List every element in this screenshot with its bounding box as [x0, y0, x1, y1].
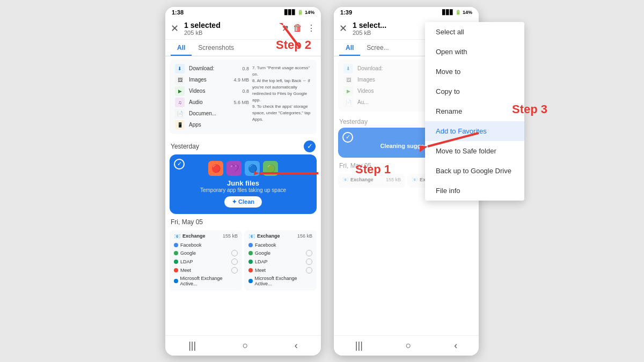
left-nav-bar: ||| ○ ‹ [165, 335, 321, 356]
left-yesterday-header: Yesterday ✓ [165, 137, 321, 154]
left-docs-icon: 📄 [175, 109, 185, 119]
menu-item-rename[interactable]: Rename [425, 101, 524, 121]
left-more-icon[interactable]: ⋮ [307, 23, 316, 33]
left-close-button[interactable]: ✕ [171, 23, 179, 34]
left-junk-icon1: 🔴 [208, 161, 223, 176]
menu-item-open-with[interactable]: Open with [425, 42, 524, 62]
left-images-icon: 🖼 [175, 75, 185, 85]
left-nav-back[interactable]: ‹ [295, 340, 298, 351]
left-storage-row-apps: 📱 Apps [175, 120, 249, 130]
left-tab-screenshots[interactable]: Screenshots [192, 40, 240, 56]
left-check-circle[interactable]: ✓ [304, 141, 316, 152]
left-storage-card: ⬇ Download: 0.8 🖼 Images 4.9 MB ▶ [170, 60, 317, 134]
menu-item-copy-to[interactable]: Copy to [425, 82, 524, 101]
left-videos-icon: ▶ [175, 86, 185, 96]
left-storage-row-videos: ▶ Videos 0.8 [175, 86, 249, 96]
right-nav-menu[interactable]: ||| [355, 340, 363, 351]
left-junk-subtitle: Temporary app files taking up space [200, 187, 286, 193]
right-nav-home[interactable]: ○ [406, 340, 412, 351]
left-junk-icon3: 🔵 [245, 161, 260, 176]
left-status-icons: ▊▊▊ 🔋 14% [284, 10, 314, 15]
left-phone-screen: 1:38 ▊▊▊ 🔋 14% ✕ 1 selected 205 kB ↗ 🗑 ⋮ [165, 7, 321, 356]
left-audio-icon: ♫ [175, 98, 185, 107]
step1-label: Step 1 [355, 162, 391, 176]
left-selected-size: 205 kB [184, 29, 282, 36]
step3-label: Step 3 [512, 102, 547, 116]
left-share-icon[interactable]: ↗ [282, 23, 289, 33]
left-storage-row-docs: 📄 Documen... [175, 109, 249, 119]
left-storage-text: 7. Turn "Permit usage access" on. 8. At … [252, 64, 311, 130]
right-tab-all[interactable]: All [339, 40, 360, 56]
menu-item-move-to-safe[interactable]: Move to Safe folder [425, 141, 524, 161]
left-date-label: Fri, May 05 [171, 218, 203, 226]
left-delete-icon[interactable]: 🗑 [293, 23, 303, 34]
left-junk-icons: 🔴 💜 🔵 🟢 [208, 161, 278, 176]
right-status-bar: 1:39 ▊▊▊ 🔋 14% [334, 7, 479, 18]
left-action-icons: ↗ 🗑 ⋮ [282, 23, 316, 34]
left-exchange-card-2[interactable]: 📧 Exchange 156 kB Facebook [244, 230, 317, 291]
left-date-section: Fri, May 05 [165, 214, 321, 228]
left-junk-icon4: 🟢 [263, 161, 278, 176]
right-nav-bar: ||| ○ ‹ [334, 335, 479, 356]
left-junk-selected: ✓ [174, 159, 185, 169]
step2-label: Step 2 [276, 38, 311, 52]
right-yesterday-label: Yesterday [339, 118, 368, 125]
left-selected-count: 1 selected [184, 21, 282, 29]
left-nav-home[interactable]: ○ [243, 340, 248, 351]
left-storage-row-download: ⬇ Download: 0.8 [175, 64, 249, 73]
context-menu: Select all Open with Move to Copy to Ren… [425, 22, 524, 201]
left-junk-card[interactable]: ✓ 🔴 💜 🔵 🟢 Junk files Temporary app files… [170, 154, 317, 214]
left-selected-info: 1 selected 205 kB [184, 21, 282, 36]
left-download-icon: ⬇ [175, 64, 185, 73]
left-action-bar: ✕ 1 selected 205 kB ↗ 🗑 ⋮ [165, 18, 321, 40]
left-file-list: ⬇ Download: 0.8 🖼 Images 4.9 MB ▶ [165, 56, 321, 335]
menu-item-file-info[interactable]: File info [425, 181, 524, 201]
right-close-button[interactable]: ✕ [339, 23, 347, 34]
left-clean-button[interactable]: ✦ Clean [224, 196, 262, 208]
left-nav-menu[interactable]: ||| [188, 340, 196, 351]
left-status-bar: 1:38 ▊▊▊ 🔋 14% [165, 7, 321, 18]
left-tab-all[interactable]: All [171, 40, 192, 56]
menu-item-select-all[interactable]: Select all [425, 22, 524, 42]
menu-item-move-to[interactable]: Move to [425, 62, 524, 82]
left-exchange-card-1[interactable]: 📧 Exchange 155 kB Facebook [170, 230, 242, 291]
left-exchange-cards: 📧 Exchange 155 kB Facebook [165, 230, 321, 291]
left-storage-row-images: 🖼 Images 4.9 MB [175, 75, 249, 85]
right-nav-back[interactable]: ‹ [454, 340, 457, 351]
left-storage-row-audio: ♫ Audio 5.6 MB [175, 98, 249, 107]
right-time: 1:39 [340, 9, 352, 16]
left-junk-title: Junk files [227, 179, 259, 187]
left-yesterday-label: Yesterday [171, 143, 199, 150]
left-apps-icon: 📱 [175, 120, 185, 130]
left-time: 1:38 [172, 9, 184, 16]
menu-item-back-up-drive[interactable]: Back up to Google Drive [425, 161, 524, 181]
right-status-icons: ▊▊▊ 🔋 14% [442, 10, 472, 15]
right-tab-screenshots[interactable]: Scree... [360, 40, 395, 56]
left-junk-icon2: 💜 [226, 161, 241, 176]
menu-item-add-to-favorites[interactable]: Add to Favorites [425, 121, 524, 141]
